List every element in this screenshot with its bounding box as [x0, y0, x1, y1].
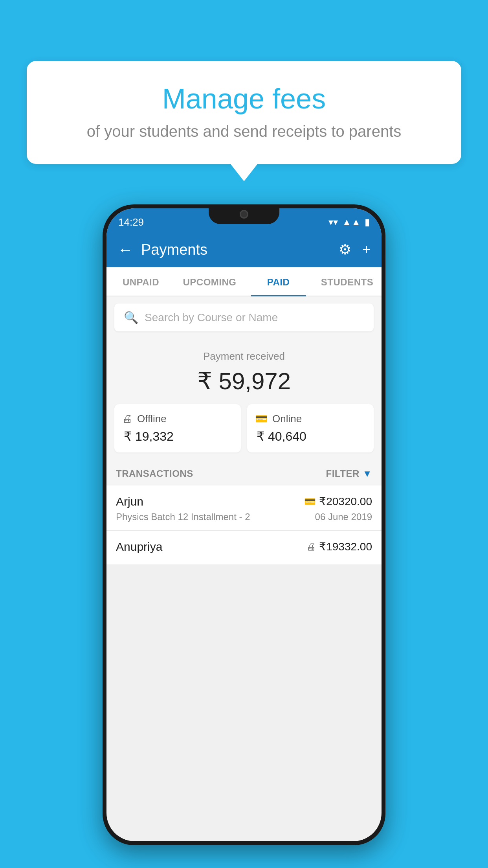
- phone-device: 14:29 ▾▾ ▲▲ ▮ ← Payments ⚙ + UNPAID UPCO…: [103, 204, 385, 845]
- transaction-amount: 🖨 ₹19332.00: [306, 540, 372, 553]
- signal-icon: ▲▲: [342, 217, 361, 228]
- amount-value: ₹19332.00: [319, 540, 372, 553]
- transaction-row-top: Arjun 💳 ₹20320.00: [116, 495, 372, 508]
- front-camera: [240, 210, 248, 219]
- speech-bubble: Manage fees of your students and send re…: [27, 61, 461, 164]
- student-name: Arjun: [116, 495, 143, 508]
- bubble-subtitle: of your students and send receipts to pa…: [50, 123, 438, 140]
- app-header: ← Payments ⚙ +: [106, 232, 382, 267]
- table-row[interactable]: Anupriya 🖨 ₹19332.00: [106, 531, 382, 565]
- payment-cards: 🖨 Offline ₹ 19,332 💳 Online ₹ 40,640: [114, 404, 374, 452]
- tab-bar: UNPAID UPCOMING PAID STUDENTS: [106, 267, 382, 296]
- student-name: Anupriya: [116, 540, 162, 554]
- course-name: Physics Batch 12 Installment - 2: [116, 511, 250, 522]
- battery-icon: ▮: [365, 217, 370, 228]
- transaction-date: 06 June 2019: [315, 511, 372, 522]
- payment-label: Payment received: [114, 350, 374, 362]
- tab-paid[interactable]: PAID: [244, 267, 313, 296]
- wifi-icon: ▾▾: [328, 217, 338, 228]
- filter-label: FILTER: [326, 468, 360, 479]
- search-icon: 🔍: [124, 311, 138, 324]
- status-time: 14:29: [118, 216, 144, 228]
- page-title: Payments: [141, 241, 331, 258]
- phone-notch: [209, 204, 279, 224]
- search-container: 🔍 Search by Course or Name: [106, 296, 382, 338]
- transaction-amount: 💳 ₹20320.00: [304, 495, 372, 508]
- online-card: 💳 Online ₹ 40,640: [247, 404, 374, 452]
- amount-value: ₹20320.00: [319, 495, 372, 508]
- online-amount: ₹ 40,640: [255, 429, 366, 444]
- add-button[interactable]: +: [362, 241, 371, 258]
- tab-students[interactable]: STUDENTS: [313, 267, 382, 296]
- transactions-label: TRANSACTIONS: [116, 468, 193, 479]
- filter-icon: ▼: [363, 468, 372, 479]
- tab-unpaid[interactable]: UNPAID: [106, 267, 175, 296]
- offline-card: 🖨 Offline ₹ 19,332: [114, 404, 241, 452]
- online-card-header: 💳 Online: [255, 413, 366, 425]
- back-button[interactable]: ←: [117, 242, 133, 257]
- transactions-header: TRANSACTIONS FILTER ▼: [106, 460, 382, 485]
- search-input[interactable]: Search by Course or Name: [145, 311, 278, 324]
- offline-label: Offline: [137, 413, 167, 425]
- transaction-row-top: Anupriya 🖨 ₹19332.00: [116, 540, 372, 554]
- table-row[interactable]: Arjun 💳 ₹20320.00 Physics Batch 12 Insta…: [106, 485, 382, 531]
- settings-button[interactable]: ⚙: [339, 241, 351, 258]
- tab-upcoming[interactable]: UPCOMING: [175, 267, 244, 296]
- status-icons: ▾▾ ▲▲ ▮: [328, 217, 370, 228]
- bubble-title: Manage fees: [50, 83, 438, 115]
- payment-summary: Payment received ₹ 59,972 🖨 Offline ₹ 19…: [106, 338, 382, 460]
- search-bar[interactable]: 🔍 Search by Course or Name: [114, 303, 374, 331]
- payment-type-icon: 💳: [304, 496, 316, 507]
- online-label: Online: [272, 413, 302, 425]
- payment-type-icon: 🖨: [306, 541, 316, 552]
- phone-screen: 14:29 ▾▾ ▲▲ ▮ ← Payments ⚙ + UNPAID UPCO…: [106, 208, 382, 841]
- transaction-detail: Physics Batch 12 Installment - 2 06 June…: [116, 511, 372, 522]
- offline-icon: 🖨: [122, 413, 132, 425]
- filter-button[interactable]: FILTER ▼: [326, 468, 372, 479]
- transactions-list: Arjun 💳 ₹20320.00 Physics Batch 12 Insta…: [106, 485, 382, 565]
- header-actions: ⚙ +: [339, 241, 371, 258]
- offline-amount: ₹ 19,332: [122, 429, 233, 444]
- payment-total: ₹ 59,972: [114, 367, 374, 395]
- offline-card-header: 🖨 Offline: [122, 413, 233, 425]
- online-icon: 💳: [255, 413, 268, 425]
